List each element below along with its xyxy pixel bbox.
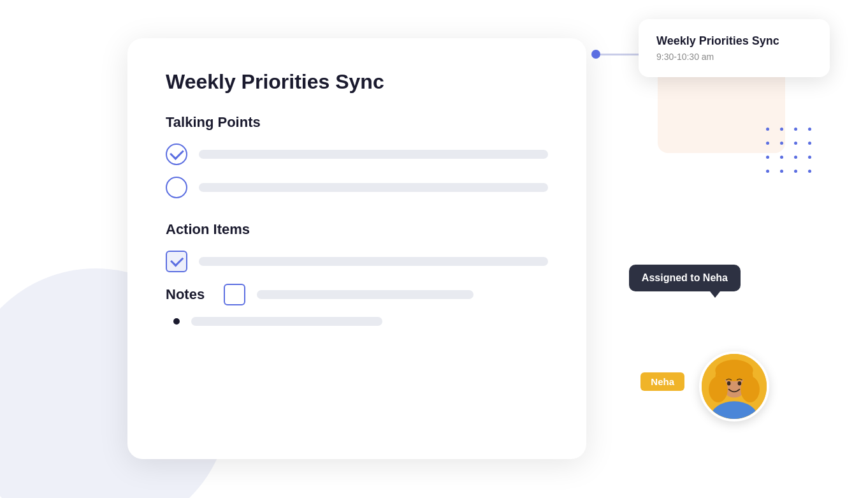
bullet-dot (173, 318, 180, 325)
notes-row-1: Notes (166, 284, 548, 305)
action-items-title: Action Items (166, 221, 548, 238)
svg-point-8 (738, 381, 742, 385)
dots-grid (766, 128, 817, 179)
square-checkbox-checked[interactable] (166, 251, 187, 272)
talking-point-line-2 (199, 183, 548, 192)
talking-points-title: Talking Points (166, 114, 548, 131)
talking-point-item-2[interactable] (166, 177, 548, 198)
action-item-line-1 (199, 257, 548, 266)
notes-line-1 (257, 290, 474, 299)
avatar (699, 351, 769, 421)
notes-square-empty[interactable] (224, 284, 245, 305)
event-card-time: 9:30-10:30 am (656, 52, 812, 62)
event-card: Weekly Priorities Sync 9:30-10:30 am (639, 19, 830, 77)
notes-line-2 (191, 317, 382, 326)
neha-tag: Neha (640, 372, 684, 391)
talking-point-line-1 (199, 150, 548, 159)
svg-point-5 (741, 376, 760, 402)
avatar-svg (702, 354, 767, 419)
timeline-connector (591, 50, 639, 59)
event-card-title: Weekly Priorities Sync (656, 34, 812, 48)
timeline-dot (591, 50, 600, 59)
talking-points-section: Talking Points (166, 114, 548, 198)
action-items-section: Action Items (166, 221, 548, 272)
assigned-tooltip: Assigned to Neha (629, 265, 741, 291)
talking-point-item-1[interactable] (166, 143, 548, 165)
notes-bullet-row (166, 317, 548, 326)
notes-title: Notes (166, 286, 205, 303)
svg-point-7 (727, 381, 731, 385)
timeline-line (600, 54, 639, 55)
svg-point-4 (709, 376, 728, 402)
circle-checkbox-checked[interactable] (166, 143, 187, 165)
notes-section: Notes (166, 284, 548, 326)
action-item-1[interactable] (166, 251, 548, 272)
circle-checkbox-unchecked[interactable] (166, 177, 187, 198)
card-title: Weekly Priorities Sync (166, 70, 548, 94)
main-card: Weekly Priorities Sync Talking Points Ac… (127, 38, 586, 459)
